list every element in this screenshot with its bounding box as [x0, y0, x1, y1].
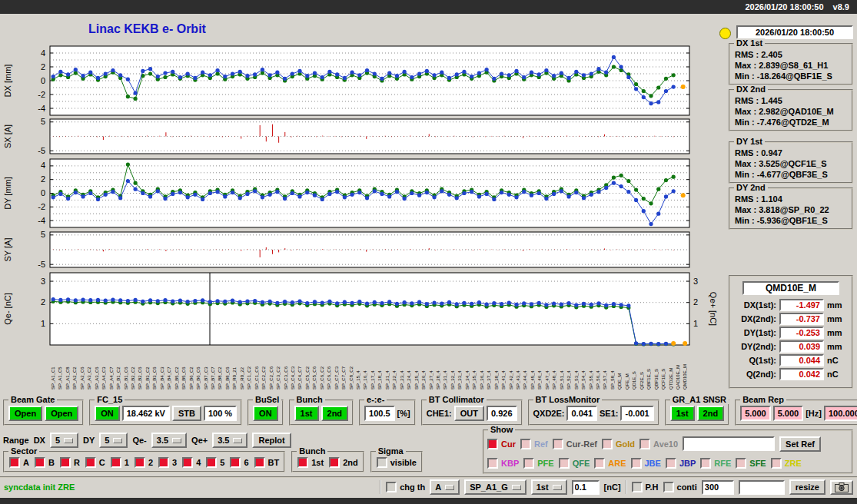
bpm-label: QAD10E_M	[675, 347, 682, 390]
divider	[626, 480, 627, 494]
checkbox-label: 2	[148, 458, 153, 467]
sy-corrector-plot[interactable]: 5-5SY [A]	[0, 230, 719, 269]
conti-checkbox[interactable]: conti	[663, 482, 697, 492]
bpm-select[interactable]: SP_A1_G	[464, 479, 526, 495]
show-gold-checkbox[interactable]: Gold	[602, 439, 635, 449]
bpm-label: SP_28_4	[435, 347, 442, 390]
charge-threshold-input[interactable]	[572, 480, 600, 495]
range-dy-select[interactable]: 5	[99, 433, 128, 448]
qe-blue-point	[253, 299, 257, 303]
charge-plot[interactable]: 321321Qe- [nC]Qe+ [nC]	[0, 271, 719, 346]
show-rfe-checkbox[interactable]: RFE	[700, 458, 731, 469]
sector-checkbox-6[interactable]: 6	[230, 457, 248, 468]
show-are-checkbox[interactable]: ARE	[594, 458, 626, 469]
group-title: Beam Rep	[740, 395, 786, 404]
resize-button[interactable]: resize	[789, 479, 825, 495]
aux-input[interactable]	[739, 480, 785, 495]
dy-blue-point	[672, 189, 676, 193]
bpm-label: QCF1E_S	[660, 347, 667, 390]
y-tick-label: -5	[38, 260, 45, 269]
show-zre-checkbox[interactable]: ZRE	[771, 458, 802, 469]
checkbox-label: 6	[244, 458, 248, 467]
group-title: e-:e-	[364, 395, 387, 404]
qe-blue-point	[96, 298, 100, 302]
sector-checkbox-2[interactable]: 2	[135, 457, 153, 468]
show-jbe-checkbox[interactable]: JBE	[631, 458, 661, 469]
gr-a1-1st-button[interactable]: 1st	[670, 406, 695, 421]
range-qe-plus-select[interactable]: 3.5	[212, 433, 247, 448]
fc15-stb-button[interactable]: STB	[172, 406, 201, 421]
bpm-label: SP_C1_C2	[246, 347, 253, 390]
sector-checkbox-r[interactable]: R	[60, 457, 80, 468]
divider	[380, 480, 381, 494]
beam-rep-readout-3: 100.000	[824, 406, 857, 421]
che1-out-button[interactable]: OUT	[454, 406, 484, 421]
sx-corrector-plot[interactable]: 5-5SX [A]	[0, 118, 719, 155]
set-ref-button[interactable]: Set Ref	[779, 436, 821, 452]
bunch-1st-button[interactable]: 1st	[294, 406, 319, 421]
beam-gate-open-button-2[interactable]: Open	[45, 406, 78, 421]
checkbox-indicator-icon	[329, 457, 340, 468]
screenshot-button[interactable]	[830, 480, 853, 495]
dy-blue-point	[275, 190, 279, 194]
fc15-on-button[interactable]: ON	[95, 406, 120, 421]
range-dx-select[interactable]: 5	[50, 433, 78, 448]
bunch-checkbox-1st[interactable]: 1st	[297, 457, 324, 468]
qe-blue-point	[470, 302, 473, 306]
chg-th-checkbox[interactable]: chg th	[386, 482, 425, 492]
sector-checkbox-1[interactable]: 1	[111, 457, 129, 468]
dx-orbit-plot[interactable]: 420-2-4DX [mm]	[0, 45, 719, 117]
y-tick-label: 4	[41, 48, 45, 58]
show-cur-checkbox[interactable]: Cur	[487, 439, 516, 449]
checkbox-indicator-icon	[736, 458, 746, 469]
dy-blue-point	[410, 191, 414, 195]
ph-checkbox[interactable]: P.H	[632, 482, 659, 492]
sector-checkbox-3[interactable]: 3	[158, 457, 177, 468]
bunch-2nd-button[interactable]: 2nd	[321, 406, 349, 421]
dx-blue-point	[193, 76, 197, 80]
interval-input[interactable]	[702, 480, 734, 495]
show-kbp-checkbox[interactable]: KBP	[487, 458, 519, 469]
busel-on-button[interactable]: ON	[253, 406, 278, 421]
beam-gate-open-button-1[interactable]: Open	[8, 406, 42, 421]
dx-blue-point	[297, 69, 301, 73]
show-pfe-checkbox[interactable]: PFE	[523, 458, 553, 469]
sector-checkbox-a[interactable]: A	[9, 457, 29, 468]
ref-name-input[interactable]	[683, 436, 775, 451]
sector-select[interactable]: A	[430, 479, 460, 495]
checkbox-indicator-icon	[639, 439, 650, 449]
dx-blue-point	[380, 77, 384, 81]
dy-blue-point	[462, 191, 466, 195]
dx-blue-point	[656, 100, 660, 104]
replot-button[interactable]: Replot	[252, 433, 291, 448]
monitor-row-unit: nC	[827, 356, 842, 365]
bpm-select-value: SP_A1_G	[470, 482, 508, 492]
show-ave10-checkbox[interactable]: Ave10	[639, 439, 678, 449]
dy-green-point	[672, 175, 676, 179]
sector-checkbox-bt[interactable]: BT	[254, 457, 280, 468]
dx-green-point	[163, 75, 167, 79]
group-title: BT Collimator	[427, 395, 487, 404]
sector-checkbox-b[interactable]: B	[35, 457, 55, 468]
show-jbp-checkbox[interactable]: JBP	[666, 458, 696, 469]
sector-checkbox-4[interactable]: 4	[182, 457, 201, 468]
checkbox-indicator-icon	[523, 458, 534, 469]
bpm-label: SP_C6_C2	[319, 347, 326, 390]
qe-blue-point	[582, 302, 586, 306]
show-ref-checkbox[interactable]: Ref	[520, 439, 548, 449]
dx-blue-point	[530, 71, 533, 75]
sector-checkbox-c[interactable]: C	[85, 457, 105, 468]
range-qe-minus-select[interactable]: 3.5	[151, 433, 187, 448]
dy-orbit-plot[interactable]: 420-2-4DY [mm]	[0, 158, 719, 229]
dx-blue-point	[74, 68, 78, 71]
dy-blue-point	[656, 212, 660, 216]
bunch-checkbox-2nd[interactable]: 2nd	[329, 457, 358, 468]
sigma-visible-checkbox[interactable]: visible	[377, 457, 417, 468]
show-qfe-checkbox[interactable]: QFE	[559, 458, 590, 469]
gr-a1-2nd-button[interactable]: 2nd	[697, 406, 725, 421]
sector-checkbox-5[interactable]: 5	[206, 457, 224, 468]
bpm-label: SP_A3_C6	[94, 347, 101, 390]
show-cur-ref-checkbox[interactable]: Cur-Ref	[553, 439, 597, 449]
show-sfe-checkbox[interactable]: SFE	[736, 458, 766, 469]
bunch-select[interactable]: 1st	[531, 479, 567, 495]
